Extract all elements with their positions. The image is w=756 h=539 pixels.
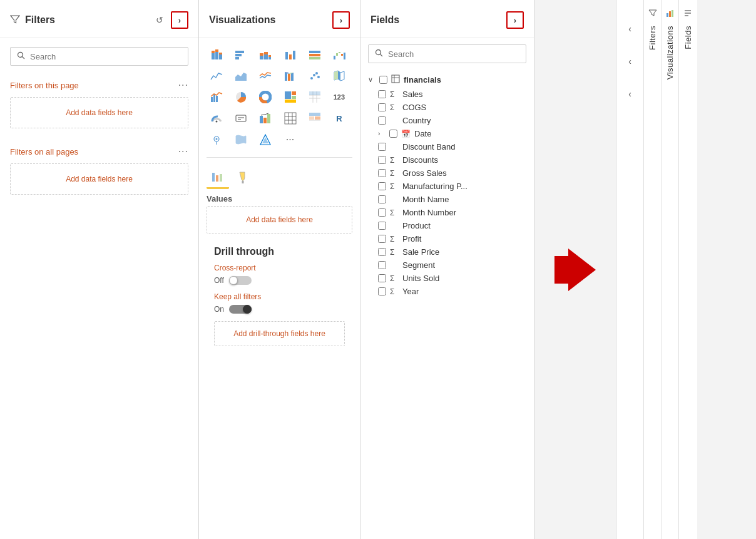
field-item-units-sold[interactable]: Σ Units Sold — [360, 272, 534, 285]
viz-icon-stacked-bar-2[interactable] — [255, 44, 275, 64]
svg-rect-68 — [309, 116, 314, 120]
filters-all-pages-drop-zone[interactable]: Add data fields here — [10, 163, 188, 195]
field-item-manufacturing[interactable]: Σ Manufacturing P... — [360, 180, 534, 193]
field-checkbox-product[interactable] — [378, 222, 386, 230]
viz-icon-line[interactable] — [207, 66, 227, 86]
viz-divider — [207, 157, 352, 158]
field-item-gross-sales[interactable]: Σ Gross Sales — [360, 167, 534, 180]
field-group-financials[interactable]: ∨ financials — [360, 72, 534, 88]
viz-add-data-drop-zone[interactable]: Add data fields here — [207, 206, 352, 234]
field-checkbox-month-name[interactable] — [378, 195, 386, 203]
format-paint-icon[interactable] — [232, 167, 254, 189]
field-item-discount-band[interactable]: Σ Discount Band — [360, 140, 534, 153]
field-checkbox-units-sold[interactable] — [378, 274, 386, 282]
filters-search-input[interactable] — [30, 52, 181, 61]
field-item-profit[interactable]: Σ Profit — [360, 232, 534, 245]
field-checkbox-month-number[interactable] — [378, 208, 386, 217]
field-item-date[interactable]: › 📅 Date — [360, 127, 534, 140]
viz-icon-column[interactable] — [280, 44, 300, 64]
keep-filters-toggle[interactable] — [229, 305, 252, 314]
field-checkbox-gross-sales[interactable] — [378, 169, 386, 177]
field-checkbox-country[interactable] — [378, 116, 386, 125]
viz-icon-matrix-2[interactable] — [305, 108, 325, 128]
field-checkbox-manufacturing[interactable] — [378, 182, 386, 190]
viz-icon-treemap[interactable] — [280, 87, 300, 107]
viz-icon-matrix[interactable] — [305, 87, 325, 107]
viz-icon-line-stacked[interactable] — [255, 66, 275, 86]
viz-icon-number[interactable]: 123 — [329, 87, 349, 107]
viz-icon-100-bar[interactable] — [305, 44, 325, 64]
svg-rect-54 — [309, 91, 320, 95]
field-item-month-number[interactable]: Σ Month Number — [360, 206, 534, 219]
drill-through-drop-zone[interactable]: Add drill-through fields here — [214, 321, 345, 346]
field-checkbox-date[interactable] — [389, 130, 397, 138]
field-checkbox-sale-price[interactable] — [378, 248, 386, 256]
field-item-month-name[interactable]: Σ Month Name — [360, 193, 534, 206]
filters-search-box — [10, 47, 188, 66]
field-checkbox-profit[interactable] — [378, 235, 386, 243]
viz-icon-map-filled[interactable] — [329, 66, 349, 86]
viz-icon-azure-map[interactable] — [255, 130, 275, 150]
filters-this-page-drop-zone[interactable]: Add data fields here — [10, 97, 188, 128]
svg-rect-16 — [268, 55, 271, 57]
collapse-left-1[interactable]: ‹ — [621, 20, 639, 38]
cross-report-off-label: Off — [214, 276, 224, 285]
field-item-sales[interactable]: Σ Sales — [360, 88, 534, 101]
calendar-icon: 📅 — [401, 130, 411, 138]
viz-icon-filled-map[interactable] — [231, 130, 251, 150]
field-checkbox-segment[interactable] — [378, 261, 386, 269]
field-checkbox-year[interactable] — [378, 287, 386, 295]
viz-icon-card[interactable] — [231, 108, 251, 128]
field-checkbox-cogs[interactable] — [378, 103, 386, 111]
filters-refresh-icon[interactable]: ↺ — [152, 13, 167, 28]
format-fields-icon[interactable] — [207, 167, 229, 189]
side-tab-fields[interactable]: Fields — [679, 0, 697, 539]
svg-rect-20 — [309, 51, 320, 53]
viz-icon-area[interactable] — [231, 66, 251, 86]
field-checkbox-discount-band[interactable] — [378, 143, 386, 151]
viz-icon-table[interactable] — [280, 108, 300, 128]
viz-icon-combo[interactable] — [207, 87, 227, 107]
viz-icon-pie[interactable] — [231, 87, 251, 107]
viz-icon-stacked-bar[interactable] — [207, 44, 227, 64]
viz-icon-bar[interactable] — [231, 44, 251, 64]
field-checkbox-discounts[interactable] — [378, 156, 386, 164]
field-item-product[interactable]: Σ Product — [360, 219, 534, 232]
svg-rect-3 — [212, 51, 215, 53]
viz-icon-map[interactable] — [207, 130, 227, 150]
field-name-product: Product — [402, 221, 431, 230]
viz-icon-more[interactable]: ··· — [280, 130, 300, 150]
filters-all-pages-menu[interactable]: ··· — [178, 146, 188, 157]
field-item-sale-price[interactable]: Σ Sale Price — [360, 245, 534, 259]
side-tab-visualizations[interactable]: Visualizations — [662, 0, 679, 539]
field-item-segment[interactable]: Σ Segment — [360, 259, 534, 272]
viz-icon-gauge[interactable] — [207, 108, 227, 128]
viz-icon-scatter[interactable] — [305, 66, 325, 86]
viz-icon-donut[interactable] — [255, 87, 275, 107]
fields-search-input[interactable] — [388, 49, 519, 59]
viz-icon-waterfall[interactable] — [329, 44, 349, 64]
field-item-discounts[interactable]: Σ Discounts — [360, 153, 534, 167]
fields-collapse-button[interactable]: › — [506, 11, 524, 29]
field-item-country[interactable]: Σ Country — [360, 114, 534, 127]
viz-icon-ribbon[interactable] — [280, 66, 300, 86]
viz-icon-kpi[interactable] — [255, 108, 275, 128]
viz-collapse-button[interactable]: › — [332, 11, 350, 29]
cross-report-toggle[interactable] — [229, 276, 252, 285]
viz-icon-r-visual[interactable]: R — [329, 108, 349, 128]
collapse-left-2[interactable]: ‹ — [621, 53, 639, 70]
field-checkbox-sales[interactable] — [378, 90, 386, 98]
side-tab-filters[interactable]: Filters — [644, 0, 662, 539]
field-item-cogs[interactable]: Σ COGS — [360, 101, 534, 114]
svg-rect-7 — [219, 53, 222, 54]
group-checkbox[interactable] — [379, 76, 387, 84]
svg-point-33 — [313, 74, 315, 76]
filters-collapse-button[interactable]: › — [171, 11, 188, 29]
svg-rect-25 — [339, 52, 340, 53]
field-item-year[interactable]: Σ Year — [360, 285, 534, 298]
collapse-left-3[interactable]: ‹ — [621, 85, 639, 103]
filters-this-page-menu[interactable]: ··· — [178, 80, 188, 91]
arrow-area — [534, 0, 616, 539]
sigma-icon-year: Σ — [390, 287, 399, 296]
keep-filters-on-label: On — [214, 305, 224, 314]
